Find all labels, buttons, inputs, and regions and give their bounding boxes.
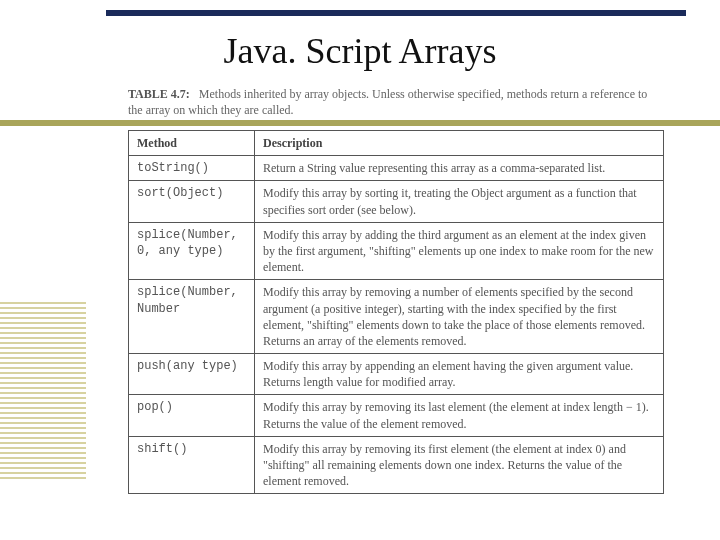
page-title: Java. Script Arrays xyxy=(0,30,720,72)
description-cell: Modify this array by removing a number o… xyxy=(255,280,664,354)
table-row: push(any type) Modify this array by appe… xyxy=(129,354,664,395)
description-cell: Modify this array by adding the third ar… xyxy=(255,222,664,280)
methods-table: Method Description toString() Return a S… xyxy=(128,130,664,494)
method-cell: sort(Object) xyxy=(129,181,255,222)
table-row: splice(Number, Number Modify this array … xyxy=(129,280,664,354)
method-cell: pop() xyxy=(129,395,255,436)
method-cell: shift() xyxy=(129,436,255,494)
table-row: sort(Object) Modify this array by sortin… xyxy=(129,181,664,222)
table-row: splice(Number, 0, any type) Modify this … xyxy=(129,222,664,280)
description-cell: Modify this array by sorting it, treatin… xyxy=(255,181,664,222)
description-cell: Modify this array by appending an elemen… xyxy=(255,354,664,395)
table-header-row: Method Description xyxy=(129,131,664,156)
method-cell: push(any type) xyxy=(129,354,255,395)
method-cell: toString() xyxy=(129,156,255,181)
description-cell: Modify this array by removing its first … xyxy=(255,436,664,494)
col-header-description: Description xyxy=(255,131,664,156)
col-header-method: Method xyxy=(129,131,255,156)
methods-table-wrap: Method Description toString() Return a S… xyxy=(128,130,664,494)
decorative-stripes xyxy=(0,302,86,482)
table-row: toString() Return a String value represe… xyxy=(129,156,664,181)
top-rule xyxy=(106,10,686,16)
table-caption: TABLE 4.7: Methods inherited by array ob… xyxy=(128,86,664,118)
description-cell: Modify this array by removing its last e… xyxy=(255,395,664,436)
table-caption-text: Methods inherited by array objects. Unle… xyxy=(128,87,647,117)
table-caption-label: TABLE 4.7: xyxy=(128,87,190,101)
slide: Java. Script Arrays TABLE 4.7: Methods i… xyxy=(0,0,720,540)
table-row: pop() Modify this array by removing its … xyxy=(129,395,664,436)
accent-bar xyxy=(0,120,720,126)
table-row: shift() Modify this array by removing it… xyxy=(129,436,664,494)
method-cell: splice(Number, Number xyxy=(129,280,255,354)
description-cell: Return a String value representing this … xyxy=(255,156,664,181)
method-cell: splice(Number, 0, any type) xyxy=(129,222,255,280)
